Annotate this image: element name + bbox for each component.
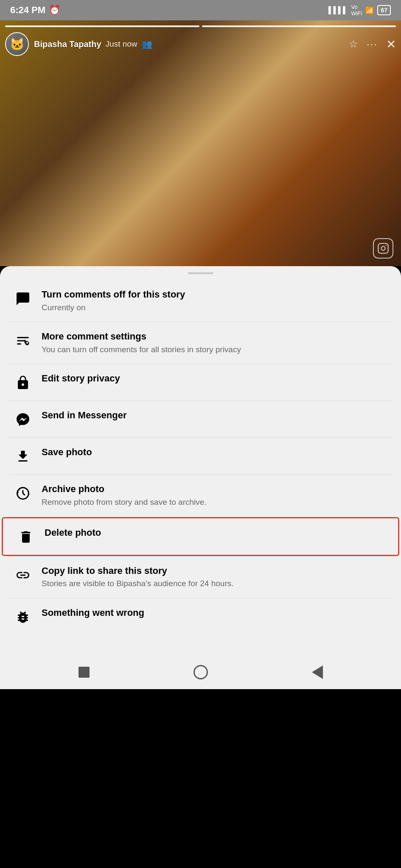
menu-item-turn-comments-off[interactable]: Turn comments off for this story Current… — [0, 280, 401, 322]
menu-item-save-photo[interactable]: Save photo — [0, 438, 401, 474]
save-photo-text: Save photo — [42, 446, 387, 459]
nav-bar — [0, 655, 401, 689]
settings-list-icon — [14, 331, 32, 350]
messenger-text: Send in Messenger — [42, 409, 387, 422]
triangle-icon — [312, 665, 323, 679]
story-header: 🐱 Bipasha Tapathy Just now 👥 ☆ ··· ✕ — [5, 32, 396, 56]
story-time: Just now — [106, 39, 137, 49]
status-time-group: 6:24 PM ⏰ — [10, 5, 60, 16]
delete-photo-title: Delete photo — [45, 527, 384, 539]
menu-list: Turn comments off for this story Current… — [0, 277, 401, 638]
close-button[interactable]: ✕ — [386, 37, 396, 51]
nav-home-button[interactable] — [191, 663, 210, 682]
svg-point-1 — [381, 246, 385, 250]
progress-bar-1 — [5, 25, 199, 27]
drag-handle — [188, 272, 213, 274]
story-actions: ☆ ··· ✕ — [349, 37, 396, 51]
menu-item-more-comment-settings[interactable]: More comment settings You can turn off c… — [0, 322, 401, 364]
story-background — [0, 20, 401, 266]
copy-link-title: Copy link to share this story — [42, 565, 387, 577]
turn-comments-title: Turn comments off for this story — [42, 289, 387, 301]
avatar-image: 🐱 — [6, 33, 28, 55]
archive-photo-text: Archive photo Remove photo from story an… — [42, 483, 387, 508]
more-button[interactable]: ··· — [367, 38, 378, 50]
menu-item-edit-story-privacy[interactable]: Edit story privacy — [0, 364, 401, 401]
avatar[interactable]: 🐱 — [5, 32, 29, 56]
something-wrong-text: Something went wrong — [42, 607, 387, 619]
svg-point-2 — [385, 245, 386, 246]
progress-bars — [5, 25, 396, 27]
sheet-handle[interactable] — [0, 266, 401, 277]
copy-link-subtitle: Stories are visible to Bipasha's audienc… — [42, 578, 387, 590]
alarm-icon: ⏰ — [49, 5, 60, 16]
edit-privacy-title: Edit story privacy — [42, 373, 387, 385]
archive-icon — [14, 484, 32, 503]
menu-item-archive-photo[interactable]: Archive photo Remove photo from story an… — [0, 475, 401, 516]
nav-recents-button[interactable] — [75, 663, 93, 682]
signal-icon: ▌▌▌▌ — [328, 6, 348, 14]
svg-rect-0 — [378, 243, 388, 253]
menu-item-copy-link[interactable]: Copy link to share this story Stories ar… — [0, 556, 401, 598]
bug-icon — [14, 608, 32, 626]
copy-link-text: Copy link to share this story Stories ar… — [42, 565, 387, 590]
archive-photo-subtitle: Remove photo from story and save to arch… — [42, 497, 387, 508]
more-comment-title: More comment settings — [42, 331, 387, 343]
progress-bar-2 — [202, 25, 396, 27]
delete-photo-text: Delete photo — [45, 527, 384, 539]
edit-privacy-text: Edit story privacy — [42, 373, 387, 385]
trash-icon — [17, 528, 35, 546]
nav-back-button[interactable] — [308, 663, 327, 682]
turn-comments-subtitle: Currently on — [42, 302, 387, 314]
story-user-info: Bipasha Tapathy Just now 👥 — [34, 39, 344, 49]
menu-item-delete-photo[interactable]: Delete photo — [2, 517, 399, 556]
messenger-title: Send in Messenger — [42, 409, 387, 422]
wifi-label: VoWiFi — [351, 4, 362, 17]
wifi-icon: 📶 — [365, 6, 374, 14]
circle-icon — [193, 665, 208, 679]
menu-item-something-wrong[interactable]: Something went wrong — [0, 598, 401, 635]
comment-icon — [14, 289, 32, 308]
lock-icon — [14, 373, 32, 392]
bottom-sheet: Turn comments off for this story Current… — [0, 266, 401, 655]
story-area: 🐱 Bipasha Tapathy Just now 👥 ☆ ··· ✕ — [0, 20, 401, 266]
more-comment-subtitle: You can turn off comments for all storie… — [42, 344, 387, 356]
messenger-icon — [14, 410, 32, 429]
more-comment-text: More comment settings You can turn off c… — [42, 331, 387, 355]
something-wrong-title: Something went wrong — [42, 607, 387, 619]
instagram-icon — [373, 238, 393, 259]
time-label: 6:24 PM — [10, 5, 45, 16]
status-icons: ▌▌▌▌ VoWiFi 📶 67 — [328, 4, 391, 17]
audience-icon: 👥 — [142, 39, 152, 49]
turn-comments-text: Turn comments off for this story Current… — [42, 289, 387, 313]
save-photo-title: Save photo — [42, 446, 387, 459]
square-icon — [79, 667, 90, 678]
favorite-button[interactable]: ☆ — [349, 38, 358, 50]
archive-photo-title: Archive photo — [42, 483, 387, 495]
link-icon — [14, 566, 32, 584]
status-bar: 6:24 PM ⏰ ▌▌▌▌ VoWiFi 📶 67 — [0, 0, 401, 20]
menu-item-send-messenger[interactable]: Send in Messenger — [0, 401, 401, 437]
download-icon — [14, 447, 32, 466]
story-username: Bipasha Tapathy — [34, 39, 101, 49]
battery-indicator: 67 — [377, 5, 391, 15]
